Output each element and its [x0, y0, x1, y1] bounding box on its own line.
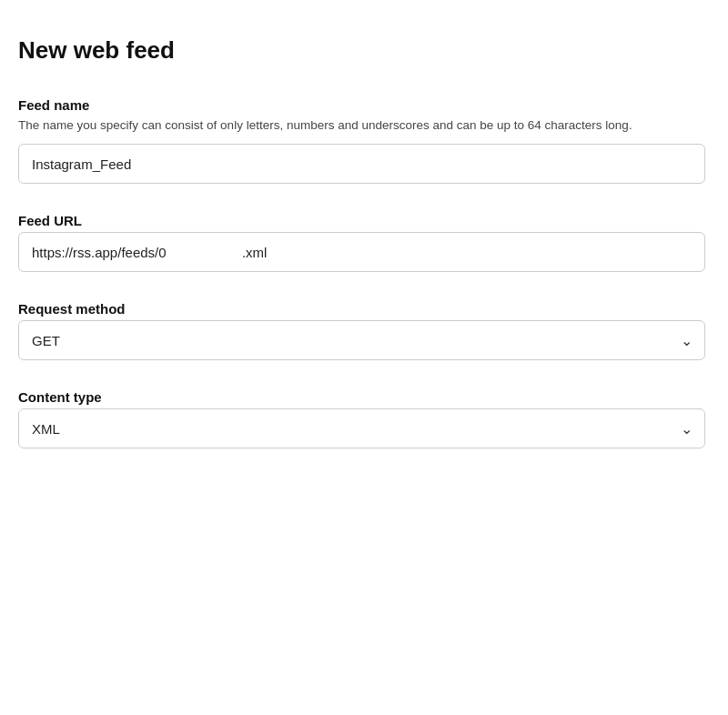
request-method-select[interactable]: GET POST PUT DELETE — [18, 320, 705, 360]
content-type-label: Content type — [18, 389, 710, 405]
content-type-section: Content type XML JSON HTML Text ⌄ — [18, 389, 710, 448]
feed-name-section: Feed name The name you specify can consi… — [18, 97, 710, 184]
content-type-select[interactable]: XML JSON HTML Text — [18, 408, 705, 448]
feed-name-input[interactable] — [18, 144, 705, 184]
feed-url-section: Feed URL — [18, 213, 710, 272]
content-type-wrapper: XML JSON HTML Text ⌄ — [18, 408, 705, 448]
request-method-wrapper: GET POST PUT DELETE ⌄ — [18, 320, 705, 360]
request-method-label: Request method — [18, 301, 710, 317]
feed-url-label: Feed URL — [18, 213, 710, 228]
page-title: New web feed — [18, 36, 710, 65]
request-method-section: Request method GET POST PUT DELETE ⌄ — [18, 301, 710, 360]
feed-url-input[interactable] — [18, 232, 705, 272]
feed-name-label: Feed name — [18, 97, 710, 113]
feed-url-wrapper — [18, 232, 705, 272]
feed-name-description: The name you specify can consist of only… — [18, 116, 710, 135]
